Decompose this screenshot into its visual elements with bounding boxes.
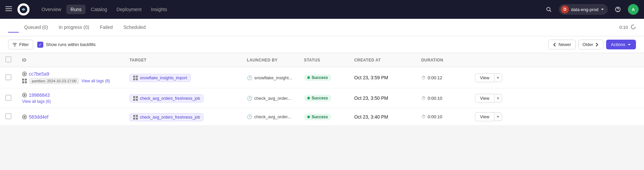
tab-all-runs[interactable] xyxy=(8,23,19,33)
hamburger-menu[interactable] xyxy=(5,5,12,14)
svg-rect-1 xyxy=(5,8,12,9)
header-checkbox[interactable] xyxy=(0,53,17,67)
timer-icon: ⏱ xyxy=(421,114,426,119)
row2-target-chip[interactable]: check_avg_orders_freshness_job xyxy=(129,94,204,102)
row1-status-label: Success xyxy=(312,75,328,80)
runs-table: ID Target Launched by Status Created at … xyxy=(0,53,644,126)
row1-id-link[interactable]: cc7be5a9 xyxy=(29,71,49,77)
row2-launched-by: check_avg_order... xyxy=(254,96,291,101)
status-dot xyxy=(307,116,310,118)
tab-in-progress[interactable]: In progress (0) xyxy=(53,20,95,35)
toolbar-right: Newer Older Actions xyxy=(548,40,636,49)
row2-view-button[interactable]: View xyxy=(475,94,494,103)
actions-chevron-icon xyxy=(627,43,631,47)
row1-duration-cell: ⏱ 0:00:12 xyxy=(416,67,470,88)
svg-line-6 xyxy=(550,10,551,12)
row1-launched-by: snowflake_insight... xyxy=(254,75,292,80)
row3-launched-by: check_avg_order... xyxy=(254,114,291,119)
chevron-down-icon xyxy=(600,7,604,11)
row3-status-cell: Success xyxy=(299,108,349,126)
actions-button[interactable]: Actions xyxy=(606,40,636,49)
tab-scheduled[interactable]: Scheduled xyxy=(118,20,151,35)
row1-tag: partition: 2024-10-23-17:00 xyxy=(30,78,79,84)
subnav-right: 0:10 xyxy=(620,24,636,31)
row3-id-link[interactable]: 583dd4ef xyxy=(29,114,48,120)
nav-insights[interactable]: Insights xyxy=(147,5,171,14)
row2-view-tags[interactable]: View all tags (6) xyxy=(22,99,51,104)
row3-created-at: Oct 23, 3:40 PM xyxy=(354,114,388,120)
help-button[interactable] xyxy=(612,3,624,15)
row2-view-caret[interactable]: ▾ xyxy=(494,94,502,102)
backfills-label: Show runs within backfills xyxy=(46,42,96,47)
backfills-checkbox[interactable]: ✓ xyxy=(37,42,43,48)
header-status: Status xyxy=(299,53,349,67)
older-button[interactable]: Older xyxy=(578,40,604,49)
row2-created-cell: Oct 23, 3:50 PM xyxy=(349,88,416,108)
timer-display: 0:10 xyxy=(620,25,628,30)
nav-catalog[interactable]: Catalog xyxy=(87,5,111,14)
row2-target-cell: check_avg_orders_freshness_job xyxy=(124,88,241,108)
nav-deployment[interactable]: Deployment xyxy=(112,5,146,14)
svg-rect-2 xyxy=(5,10,12,11)
row2-actions-cell: View ▾ xyxy=(470,88,644,108)
row3-launched-cell: 🕐 check_avg_order... xyxy=(241,108,299,126)
row1-view-button[interactable]: View xyxy=(475,73,494,82)
select-all-checkbox[interactable] xyxy=(5,56,11,62)
filter-icon xyxy=(12,42,17,47)
row2-launched-cell: 🕐 check_avg_order... xyxy=(241,88,299,108)
row2-checkbox[interactable] xyxy=(5,95,11,101)
row3-status-label: Success xyxy=(312,115,328,119)
row2-checkbox-cell xyxy=(0,88,17,108)
subnav: Queued (0) In progress (0) Failed Schedu… xyxy=(0,19,644,36)
row1-created-cell: Oct 23, 3:59 PM xyxy=(349,67,416,88)
nav-runs[interactable]: Runs xyxy=(66,5,86,14)
clock-icon: 🕐 xyxy=(247,114,252,119)
newer-button[interactable]: Newer xyxy=(548,40,576,49)
topnav-links: Overview Runs Catalog Deployment Insight… xyxy=(38,5,171,14)
tab-failed[interactable]: Failed xyxy=(95,20,118,35)
chevron-left-icon xyxy=(552,42,557,47)
app-logo[interactable] xyxy=(17,3,30,15)
header-target: Target xyxy=(124,53,241,67)
refresh-button[interactable] xyxy=(631,24,636,31)
run-status-icon xyxy=(22,72,27,76)
row1-view-tags[interactable]: View all tags (8) xyxy=(82,79,110,83)
clock-icon: 🕐 xyxy=(247,96,252,101)
row2-duration-cell: ⏱ 0:00:10 xyxy=(416,88,470,108)
row1-checkbox[interactable] xyxy=(5,74,11,80)
row1-duration: 0:00:12 xyxy=(428,75,442,80)
header-id: ID xyxy=(17,53,124,67)
backfills-checkbox-label[interactable]: ✓ Show runs within backfills xyxy=(37,42,96,48)
row3-view-button[interactable]: View xyxy=(475,112,494,121)
row3-checkbox[interactable] xyxy=(5,113,11,119)
grid-icon xyxy=(22,79,27,83)
row3-target-label: check_avg_orders_freshness_job xyxy=(140,115,200,120)
run-status-icon xyxy=(22,115,27,119)
row1-target-chip[interactable]: snowflake_insights_import xyxy=(129,74,191,82)
tab-queued[interactable]: Queued (0) xyxy=(19,20,53,35)
toolbar: Filter ✓ Show runs within backfills Newe… xyxy=(0,36,644,53)
row2-status-cell: Success xyxy=(299,88,349,108)
row3-duration: 0:00:10 xyxy=(428,114,442,119)
runs-table-container: ID Target Launched by Status Created at … xyxy=(0,53,644,126)
target-icon xyxy=(133,115,138,120)
workspace-icon: D xyxy=(561,5,569,13)
user-avatar[interactable]: A xyxy=(628,4,639,15)
row3-checkbox-cell xyxy=(0,108,17,126)
filter-button[interactable]: Filter xyxy=(8,40,33,49)
nav-overview[interactable]: Overview xyxy=(38,5,65,14)
row2-duration: 0:00:10 xyxy=(428,96,442,101)
search-button[interactable] xyxy=(543,3,555,15)
row2-id-link[interactable]: 19986843 xyxy=(29,92,50,98)
filter-label: Filter xyxy=(19,42,29,47)
row1-view-caret[interactable]: ▾ xyxy=(494,74,502,82)
row3-view-caret[interactable]: ▾ xyxy=(494,113,502,121)
actions-label: Actions xyxy=(611,42,625,47)
workspace-name: data-eng-prod xyxy=(571,7,598,12)
row3-created-cell: Oct 23, 3:40 PM xyxy=(349,108,416,126)
row3-target-chip[interactable]: check_avg_orders_freshness_job xyxy=(129,113,204,121)
topnav: Overview Runs Catalog Deployment Insight… xyxy=(0,0,644,19)
row3-view-group: View ▾ xyxy=(475,112,639,121)
row2-status-badge: Success xyxy=(304,95,331,101)
workspace-selector[interactable]: D data-eng-prod xyxy=(559,4,608,15)
